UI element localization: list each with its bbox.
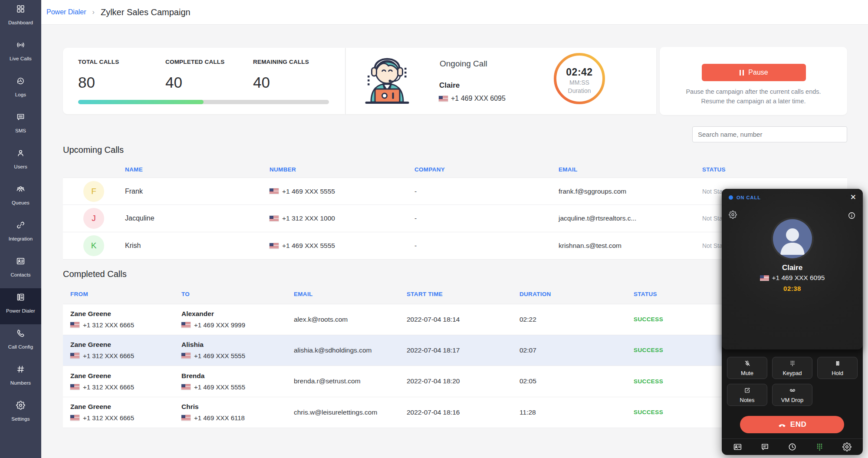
call-duration-unit: MM:SS xyxy=(553,79,606,86)
pause-button[interactable]: Pause xyxy=(702,64,806,81)
upcoming-calls-title: Upcoming Calls xyxy=(63,145,124,155)
on-call-status-label: ON CALL xyxy=(736,195,761,200)
logs-icon xyxy=(16,76,26,86)
us-flag-icon xyxy=(270,243,279,249)
sidebar-item-settings[interactable]: Settings xyxy=(0,396,41,432)
pause-description-line1: Pause the campaign after the current cal… xyxy=(660,88,847,95)
call-duration-value: 02:42 xyxy=(553,66,606,78)
end-call-button[interactable]: END xyxy=(740,416,844,433)
mute-icon xyxy=(744,360,751,369)
us-flag-icon xyxy=(181,415,191,421)
us-flag-icon xyxy=(181,384,191,390)
breadcrumb-power-dialer[interactable]: Power Dialer xyxy=(46,8,86,16)
sidebar-item-power-dialer[interactable]: Power Dialer xyxy=(0,288,41,324)
contacts-icon xyxy=(16,256,26,266)
numbers-icon xyxy=(16,364,26,374)
keypad-button[interactable]: Keypad xyxy=(772,357,812,379)
column-header-email[interactable]: EMAIL xyxy=(559,166,702,173)
us-flag-icon xyxy=(181,353,191,359)
chat-icon[interactable] xyxy=(760,442,769,451)
keypad-grid-icon[interactable] xyxy=(815,442,824,451)
on-call-status-dot xyxy=(729,195,733,200)
sidebar-item-contacts[interactable]: Contacts xyxy=(0,252,41,288)
pause-card: Pause Pause the campaign after the curre… xyxy=(660,47,847,115)
sidebar-item-dashboard[interactable]: Dashboard xyxy=(0,0,41,36)
sms-icon xyxy=(16,112,26,122)
mute-button[interactable]: Mute xyxy=(727,357,767,379)
hold-button[interactable]: Hold xyxy=(817,357,858,379)
us-flag-icon xyxy=(70,415,79,421)
topbar: Power Dialer › Zylker Sales Campaign xyxy=(41,0,868,25)
ongoing-call-card: Ongoing Call Claire +1 469 XXX 6095 02:4… xyxy=(345,48,656,114)
keypad-icon xyxy=(789,360,796,369)
widget-settings-icon[interactable] xyxy=(729,211,737,219)
column-header-company[interactable]: COMPANY xyxy=(414,166,559,173)
widget-caller-name: Claire xyxy=(722,264,863,272)
upcoming-table-header: NAMENUMBERCOMPANYEMAILSTATUS xyxy=(63,163,847,176)
settings-icon[interactable] xyxy=(842,442,852,451)
ongoing-call-name: Claire xyxy=(439,81,460,90)
campaign-stats-card: TOTAL CALLS80COMPLETED CALLS40REMAINING … xyxy=(63,48,345,114)
end-call-icon xyxy=(778,420,786,429)
completed-calls-title: Completed Calls xyxy=(63,269,127,279)
campaign-progress-bar xyxy=(78,100,329,104)
us-flag-icon xyxy=(70,384,79,390)
contact-avatar: F xyxy=(83,181,104,202)
column-header-status[interactable]: STATUS xyxy=(702,166,847,173)
contact-avatar: K xyxy=(83,235,104,256)
call-agent-illustration xyxy=(359,49,415,106)
sidebar-item-users[interactable]: Users xyxy=(0,144,41,180)
widget-footer-toolbar xyxy=(722,438,863,455)
dashboard-icon xyxy=(16,4,26,13)
call-duration-caption: Duration xyxy=(553,87,606,94)
live-calls-icon xyxy=(16,40,26,49)
us-flag-icon xyxy=(70,322,79,328)
sidebar-item-numbers[interactable]: Numbers xyxy=(0,360,41,396)
widget-caller-number: +1 469 XXX 6095 xyxy=(722,274,863,282)
column-header-duration[interactable]: DURATION xyxy=(519,291,634,297)
power-dialer-icon xyxy=(16,292,26,302)
queues-icon xyxy=(16,184,26,194)
sidebar-item-sms[interactable]: SMS xyxy=(0,108,41,144)
users-icon xyxy=(16,148,26,158)
pause-icon xyxy=(740,70,744,76)
caller-avatar xyxy=(773,219,812,258)
column-header-to[interactable]: TO xyxy=(181,291,294,297)
column-header-email[interactable]: EMAIL xyxy=(294,291,407,297)
close-icon[interactable]: ✕ xyxy=(850,193,856,202)
ongoing-call-title: Ongoing Call xyxy=(440,59,487,69)
chevron-right-icon: › xyxy=(92,8,95,16)
sidebar-item-integration[interactable]: Integration xyxy=(0,216,41,252)
notes-icon xyxy=(744,387,751,395)
sidebar-item-live-calls[interactable]: Live Calls xyxy=(0,36,41,72)
contact-avatar: J xyxy=(83,208,104,229)
sidebar-item-queues[interactable]: Queues xyxy=(0,180,41,216)
page-title: Zylker Sales Campaign xyxy=(101,7,191,17)
sidebar-item-logs[interactable]: Logs xyxy=(0,72,41,108)
column-header-number[interactable]: NUMBER xyxy=(270,166,414,173)
history-icon[interactable] xyxy=(788,442,797,451)
vm-drop-button[interactable]: VM Drop xyxy=(772,384,812,406)
settings-icon xyxy=(16,400,26,410)
contact-card-icon[interactable] xyxy=(733,442,742,451)
us-flag-icon xyxy=(181,322,191,328)
vm-drop-icon xyxy=(789,387,796,395)
us-flag-icon xyxy=(439,96,448,102)
integration-icon xyxy=(16,220,26,230)
pause-description-line2: Resume the campaign at a later time. xyxy=(660,98,847,105)
hold-icon xyxy=(834,360,841,369)
us-flag-icon xyxy=(760,275,769,281)
ongoing-call-number: +1 469 XXX 6095 xyxy=(439,95,506,102)
page: DashboardLive CallsLogsSMSUsersQueuesInt… xyxy=(0,0,868,458)
column-header-start-time[interactable]: START TIME xyxy=(407,291,519,297)
column-header-from[interactable]: FROM xyxy=(63,291,181,297)
notes-button[interactable]: Notes xyxy=(727,384,767,406)
us-flag-icon xyxy=(70,353,79,359)
sidebar: DashboardLive CallsLogsSMSUsersQueuesInt… xyxy=(0,0,41,458)
call-config-icon xyxy=(16,328,26,338)
search-input[interactable] xyxy=(692,126,847,142)
sidebar-item-call-config[interactable]: Call Config xyxy=(0,324,41,360)
us-flag-icon xyxy=(270,188,279,194)
info-icon[interactable] xyxy=(848,211,856,220)
column-header-name[interactable]: NAME xyxy=(125,166,270,173)
